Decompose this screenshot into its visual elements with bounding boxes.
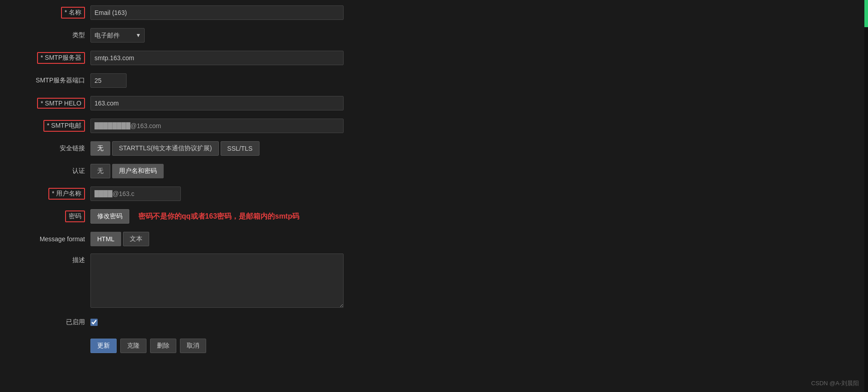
smtp-server-row: * SMTP服务器 [18,50,389,66]
cancel-button[interactable]: 取消 [180,339,206,353]
watermark: CSDN @A-刘晨阳 [811,379,859,387]
smtp-helo-input[interactable] [90,96,344,110]
type-row: 类型 电子邮件 ▼ [18,27,389,43]
message-format-options: HTML 文本 [90,232,149,246]
smtp-email-label: * SMTP电邮 [43,120,85,132]
username-label: * 用户名称 [48,188,85,200]
description-label: 描述 [72,256,85,264]
update-button[interactable]: 更新 [90,339,117,353]
smtp-server-label-wrapper: * SMTP服务器 [18,52,90,64]
message-format-label: Message format [40,235,85,243]
action-buttons: 更新 克隆 删除 取消 [90,339,206,353]
action-buttons-row: 更新 克隆 删除 取消 [18,337,389,353]
security-starttls-button[interactable]: STARTTLS(纯文本通信协议扩展) [112,141,219,156]
delete-button[interactable]: 删除 [150,339,176,353]
security-label-wrapper: 安全链接 [18,144,90,153]
smtp-server-label: * SMTP服务器 [37,52,85,64]
smtp-email-label-wrapper: * SMTP电邮 [18,120,90,132]
format-html-button[interactable]: HTML [90,232,121,246]
name-input[interactable] [90,5,344,20]
smtp-port-label: SMTP服务器端口 [36,76,85,85]
description-row: 描述 [18,253,389,308]
change-password-button[interactable]: 修改密码 [90,209,129,224]
message-format-label-wrapper: Message format [18,235,90,243]
username-input[interactable] [90,186,181,201]
smtp-server-input[interactable] [90,51,344,65]
name-row: * 名称 [18,5,389,21]
message-format-row: Message format HTML 文本 [18,231,389,247]
auth-none-button[interactable]: 无 [90,164,110,178]
security-label: 安全链接 [60,144,85,153]
password-label: 密码 [65,210,85,222]
smtp-port-label-wrapper: SMTP服务器端口 [18,76,90,85]
auth-label: 认证 [72,167,85,175]
smtp-email-row: * SMTP电邮 [18,118,389,134]
username-row: * 用户名称 [18,186,389,202]
security-ssltls-button[interactable]: SSL/TLS [221,141,259,156]
auth-options: 无 用户名和密码 [90,164,164,178]
enabled-checkbox[interactable] [90,319,98,326]
enabled-row: 已启用 [18,314,389,330]
security-options: 无 STARTTLS(纯文本通信协议扩展) SSL/TLS [90,141,259,156]
password-label-wrapper: 密码 [18,210,90,222]
description-label-wrapper: 描述 [18,253,90,264]
auth-row: 认证 无 用户名和密码 [18,163,389,179]
type-label: 类型 [72,31,85,39]
auth-label-wrapper: 认证 [18,167,90,175]
smtp-port-row: SMTP服务器端口 [18,72,389,89]
description-textarea[interactable] [90,253,344,308]
auth-username-button[interactable]: 用户名和密码 [112,164,164,178]
scrollbar-thumb[interactable] [864,0,868,27]
enabled-label: 已启用 [66,318,85,326]
type-label-wrapper: 类型 [18,31,90,39]
smtp-helo-label-wrapper: * SMTP HELO [18,98,90,109]
smtp-helo-label: * SMTP HELO [37,98,85,109]
enabled-label-wrapper: 已启用 [18,318,90,326]
security-row: 安全链接 无 STARTTLS(纯文本通信协议扩展) SSL/TLS [18,140,389,157]
username-label-wrapper: * 用户名称 [18,188,90,200]
password-note: 密码不是你的qq或者163密码，是邮箱内的smtp码 [138,212,299,221]
scrollbar[interactable] [864,0,868,392]
enabled-checkbox-wrapper[interactable] [90,319,98,326]
name-label: * 名称 [61,7,85,19]
security-none-button[interactable]: 无 [90,141,110,156]
name-label-wrapper: * 名称 [18,7,90,19]
clone-button[interactable]: 克隆 [120,339,146,353]
format-text-button[interactable]: 文本 [123,232,149,246]
type-select[interactable]: 电子邮件 [90,28,145,43]
type-select-wrapper[interactable]: 电子邮件 ▼ [90,28,145,43]
password-row: 密码 修改密码 密码不是你的qq或者163密码，是邮箱内的smtp码 [18,208,389,225]
smtp-email-input[interactable] [90,119,344,133]
smtp-port-input[interactable] [90,73,127,88]
smtp-helo-row: * SMTP HELO [18,95,389,111]
